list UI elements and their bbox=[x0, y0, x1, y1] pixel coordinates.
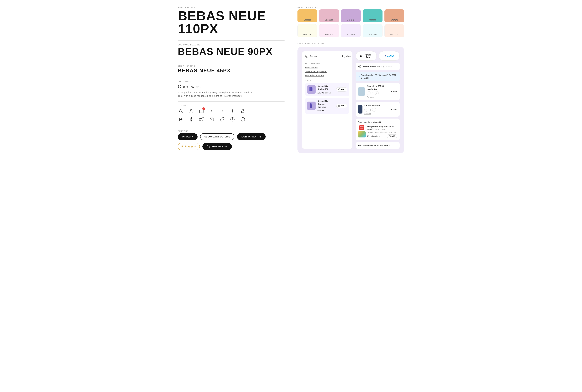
cart-img-2 bbox=[358, 105, 362, 114]
remove-link-2[interactable]: Remove bbox=[364, 112, 389, 115]
cart-item-2: Retinol fix serum − 1 + Remove £15.95 bbox=[356, 102, 400, 116]
svg-rect-25 bbox=[312, 88, 313, 91]
cart-name-2: Retinol fix serum bbox=[364, 104, 389, 107]
star-3: ★ bbox=[187, 145, 190, 148]
secondary-outline-button[interactable]: SECONDARY OUTLINE bbox=[200, 133, 234, 140]
body-font-label: BODY FONT bbox=[178, 80, 285, 82]
chevron-right-icon bbox=[219, 108, 225, 114]
icon-variant-button[interactable]: ICON VARIANT bbox=[237, 133, 266, 140]
qty-num-2: 1 bbox=[370, 108, 371, 111]
product-price-1: £59.95 bbox=[318, 91, 324, 94]
clear-button[interactable]: Clear bbox=[346, 55, 351, 58]
kit-actions: More Details ADD bbox=[367, 134, 397, 138]
page-layout: HERO HEADING BEBAS NEUE 110PX SUB-PAGE H… bbox=[178, 6, 404, 153]
product-add-button-2[interactable]: ADD bbox=[336, 104, 347, 108]
search-input[interactable] bbox=[310, 55, 340, 58]
more-details-button[interactable]: More Details bbox=[367, 135, 381, 138]
product-add-button-1[interactable]: ADD bbox=[336, 87, 347, 92]
kit-note: This kit contains items in your bag bbox=[367, 131, 397, 134]
svg-rect-36 bbox=[389, 136, 391, 137]
product-price-2: £19.95 bbox=[318, 109, 324, 112]
icons-row-1: 1 bbox=[178, 108, 285, 114]
kit-price: £49.95 bbox=[367, 128, 373, 131]
kit-worth: Worth £90.75 bbox=[375, 128, 386, 130]
icons-row-2 bbox=[178, 116, 285, 122]
qty-minus-2[interactable]: − bbox=[364, 108, 368, 112]
palette-label: BRAND PALETTE bbox=[297, 6, 404, 8]
swatch-4: #505050 bbox=[363, 10, 382, 22]
qty-plus-2[interactable]: + bbox=[372, 108, 376, 112]
qty-control-1: − 1 + bbox=[367, 91, 389, 95]
search-close-icon[interactable] bbox=[305, 54, 308, 58]
kit-title: Save more by buying a kit bbox=[358, 121, 397, 124]
right-column: BRAND PALETTE #000000 #B3B3B3 #404040 #5… bbox=[297, 6, 404, 153]
sc-label: SEARCH AND CHECKOUT bbox=[297, 42, 404, 45]
fast-forward-icon bbox=[178, 116, 184, 122]
swatch-3-label: #404040 bbox=[347, 19, 354, 21]
qty-plus-1[interactable]: + bbox=[375, 91, 379, 95]
cart-icon-small-2 bbox=[338, 105, 340, 107]
icon-variant-label: ICON VARIANT bbox=[241, 136, 258, 138]
delivery-text: Spend another £5.29 to qualify for FREE … bbox=[361, 74, 397, 79]
kit-add-button[interactable]: ADD bbox=[387, 134, 397, 138]
paypal-button[interactable]: P ayPal bbox=[379, 51, 400, 61]
help-icon bbox=[230, 116, 235, 122]
icons-label: UI ICONS bbox=[178, 105, 285, 107]
remove-link-1[interactable]: Remove bbox=[367, 96, 389, 98]
chevron-down-icon bbox=[379, 135, 381, 137]
link-icon bbox=[219, 116, 225, 122]
facebook-icon bbox=[188, 116, 194, 122]
payment-buttons: Apple Pay P ayPal bbox=[356, 51, 400, 61]
product-pricing-2: £19.95 bbox=[318, 109, 334, 112]
bag-icon: 1 bbox=[198, 108, 204, 114]
left-column: HERO HEADING BEBAS NEUE 110PX SUB-PAGE H… bbox=[178, 6, 285, 153]
buttons-label: BUTTONS bbox=[178, 130, 285, 132]
cart-item-1: Nourishing SPF 30 moisturiser − 1 + Remo… bbox=[356, 83, 400, 100]
kit-name: Dehydrated + dry SPF skin kit bbox=[367, 125, 397, 128]
svg-marker-8 bbox=[181, 118, 182, 121]
search-link-2[interactable]: The Retinol Ingredient bbox=[305, 70, 349, 73]
icons-grid: 1 bbox=[178, 108, 285, 122]
apple-pay-button[interactable]: Apple Pay bbox=[356, 51, 377, 61]
paypal-rest: ayPal bbox=[387, 55, 394, 58]
plus-icon-btn bbox=[259, 135, 262, 138]
swatch-7-label: #FDEBF7 bbox=[325, 34, 333, 36]
shop-heading: BEBAS NEUE 45PX bbox=[178, 68, 285, 73]
palette-grid-row2: #FDFCEB #FDEBF7 #F5EBFD #EBFBFD #FFECE2 bbox=[297, 24, 404, 37]
hero-section: HERO HEADING BEBAS NEUE 110PX bbox=[178, 6, 285, 36]
shopping-bag-header: SHOPPING BAG (2 items) bbox=[356, 62, 400, 70]
swatch-7: #FDEBF7 bbox=[319, 24, 339, 37]
search-link-3[interactable]: Learn about Retinol bbox=[305, 74, 349, 77]
buttons-row-1: PRIMARY SECONDARY OUTLINE ICON VARIANT bbox=[178, 133, 285, 140]
sc-panel: Clear INFORMATION Shop Retinol The Retin… bbox=[297, 47, 404, 153]
svg-rect-26 bbox=[339, 89, 340, 90]
free-gift-notice: Your order qualifies for a FREE GIFT bbox=[356, 142, 400, 149]
add-to-bag-button[interactable]: ADD TO BAG bbox=[202, 143, 232, 150]
qty-minus-1[interactable]: − bbox=[367, 91, 371, 95]
cart-img-1 bbox=[358, 87, 365, 96]
swatch-8: #F5EBFD bbox=[341, 24, 361, 37]
checkout-card: Apple Pay P ayPal SHOPPING BAG (2 items) bbox=[356, 51, 400, 149]
search-link-1[interactable]: Shop Retinol bbox=[305, 66, 349, 69]
svg-point-21 bbox=[342, 55, 344, 57]
cart-price-2: £15.95 bbox=[391, 108, 397, 111]
swatch-5-label: #707070 bbox=[391, 19, 398, 21]
swatch-8-label: #F5EBFD bbox=[347, 34, 355, 36]
buttons-section: BUTTONS PRIMARY SECONDARY OUTLINE ICON V… bbox=[178, 130, 285, 150]
product-add-label-2: ADD bbox=[341, 105, 345, 107]
cart-info-2: Retinol fix serum − 1 + Remove bbox=[364, 104, 389, 115]
delivery-notice: Spend another £5.29 to qualify for FREE … bbox=[356, 72, 400, 81]
svg-rect-3 bbox=[199, 110, 203, 113]
shop-label: SHOP HEADING bbox=[178, 65, 285, 67]
buttons-row-2: ★ ★ ★ ★ ★ ADD TO BAG bbox=[178, 143, 285, 150]
twitter-icon bbox=[198, 116, 204, 122]
bag-title: SHOPPING BAG bbox=[363, 65, 382, 68]
mail-icon bbox=[209, 116, 215, 122]
primary-button[interactable]: PRIMARY bbox=[178, 133, 198, 140]
swatch-10-label: #FFECE2 bbox=[390, 34, 398, 36]
star-rating-button[interactable]: ★ ★ ★ ★ ★ bbox=[178, 143, 200, 150]
svg-line-1 bbox=[182, 112, 182, 113]
kit-badge-area: SAVE45% bbox=[358, 125, 366, 138]
svg-line-22 bbox=[344, 57, 345, 58]
close-bag-icon[interactable] bbox=[358, 65, 361, 68]
